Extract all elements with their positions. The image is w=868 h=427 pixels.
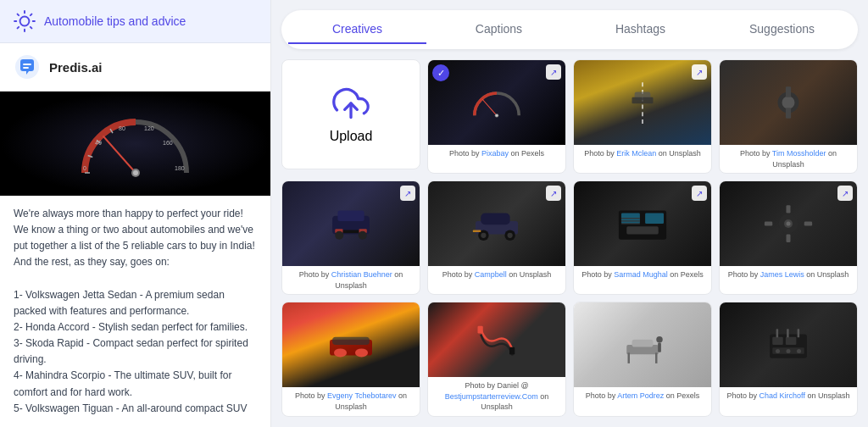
image-cell-10[interactable]: Photo by Artem Podrez on Pexels (573, 302, 712, 417)
thumb-road (613, 81, 672, 124)
svg-point-44 (359, 231, 367, 240)
thumb-detail (759, 202, 818, 245)
post-image-preview: 0 40 80 120 160 180 (0, 92, 270, 196)
upload-label: Upload (330, 129, 373, 144)
svg-rect-87 (798, 330, 800, 338)
thumb-car-grille (613, 202, 672, 245)
svg-rect-46 (481, 214, 509, 225)
brand-logo-row: Predis.ai (0, 43, 270, 92)
svg-point-83 (787, 349, 791, 353)
bulb-icon (14, 10, 36, 32)
img-caption-7: Photo by James Lewis on Unsplash (720, 266, 857, 284)
svg-text:120: 120 (144, 125, 154, 131)
img-author-4[interactable]: Christian Buehner (331, 270, 392, 279)
thumb-workshop (613, 324, 672, 366)
svg-rect-70 (478, 326, 483, 334)
image-cell-8[interactable]: Photo by Evgeny Tchebotarev on Unsplash (281, 302, 420, 417)
svg-rect-55 (626, 226, 659, 234)
svg-rect-77 (658, 343, 661, 352)
tab-suggestions[interactable]: Suggestions (713, 15, 851, 44)
image-cell-2[interactable]: ↗ Photo by Erik Mclean on Unsplash (573, 59, 712, 174)
selected-check-icon: ✓ (432, 64, 449, 81)
image-cell-7[interactable]: ↗ Photo by James Lewis on Unsplash (719, 180, 858, 295)
img-caption-10: Photo by Artem Podrez on Pexels (574, 387, 711, 405)
svg-text:80: 80 (119, 125, 125, 131)
img-author-7[interactable]: James Lewis (760, 270, 804, 279)
svg-point-50 (508, 233, 513, 238)
svg-rect-36 (786, 86, 791, 97)
svg-point-29 (496, 114, 498, 117)
tabs-container: Creatives Captions Hashtags Suggestions (281, 10, 858, 49)
brand-header: Automobile tips and advice (0, 0, 270, 43)
svg-rect-79 (772, 337, 783, 345)
svg-rect-71 (509, 347, 515, 355)
svg-point-49 (481, 233, 486, 238)
img-caption-6: Photo by Sarmad Mughal on Pexels (574, 266, 711, 284)
img-author-5[interactable]: Campbell (475, 270, 507, 279)
svg-rect-63 (787, 235, 791, 242)
img-author-1[interactable]: Pixabay (481, 149, 509, 158)
brand-title: Automobile tips and advice (44, 14, 186, 28)
predis-logo-name: Predis.ai (49, 60, 103, 75)
svg-text:0: 0 (83, 165, 86, 171)
image-cell-4[interactable]: ↗ Photo by Christian Buehner on Unsplash (281, 180, 420, 295)
thumb-car-side (467, 202, 526, 245)
svg-rect-73 (632, 340, 654, 347)
svg-line-3 (18, 14, 19, 16)
img-author-6[interactable]: Sarmad Mughal (614, 270, 668, 279)
svg-rect-86 (787, 330, 789, 338)
tab-hashtags[interactable]: Hashtags (571, 15, 709, 44)
svg-point-82 (776, 349, 780, 353)
img-caption-2: Photo by Erik Mclean on Unsplash (574, 145, 711, 163)
tab-captions[interactable]: Captions (430, 15, 568, 44)
svg-rect-37 (786, 108, 791, 119)
svg-rect-39 (337, 211, 364, 222)
creatives-grid: Upload ✓ ↗ Photo by Pixabay on Pexels (281, 59, 858, 417)
svg-line-23 (103, 136, 136, 173)
external-link-icon-4: ↗ (400, 186, 415, 201)
svg-text:160: 160 (163, 140, 173, 146)
svg-rect-54 (645, 214, 664, 225)
img-author-11[interactable]: Chad Kirchoff (760, 391, 805, 400)
image-cell-5[interactable]: ↗ Photo by Campbell on Unsplash (427, 180, 566, 295)
svg-point-25 (133, 170, 138, 175)
img-author-9[interactable]: Bestjumpstarterreview.Com (445, 392, 538, 401)
svg-rect-69 (332, 337, 370, 345)
svg-rect-74 (628, 353, 631, 364)
external-link-icon-6: ↗ (692, 186, 707, 201)
svg-rect-80 (786, 337, 797, 345)
svg-rect-64 (765, 222, 772, 226)
external-link-icon-7: ↗ (837, 186, 853, 201)
image-cell-6[interactable]: ↗ Photo by Sarmad Mughal on Pexels (573, 180, 712, 295)
image-cell-9[interactable]: Photo by Daniel @ Bestjumpstarterreview.… (427, 302, 566, 417)
svg-line-8 (31, 14, 32, 16)
svg-text:180: 180 (175, 165, 185, 171)
right-panel: Creatives Captions Hashtags Suggestions … (271, 0, 868, 427)
upload-icon (332, 85, 370, 122)
upload-cell[interactable]: Upload (281, 59, 420, 169)
img-author-10[interactable]: Artem Podrez (617, 391, 664, 400)
img-author-2[interactable]: Erik Mclean (616, 149, 656, 158)
img-caption-4: Photo by Christian Buehner on Unsplash (282, 266, 420, 294)
img-author-8[interactable]: Evgeny Tchebotarev (327, 391, 396, 400)
left-panel: Automobile tips and advice Predis.ai (0, 0, 271, 427)
thumb-speedometer (467, 81, 526, 124)
img-caption-3: Photo by Tim Mossholder on Unsplash (720, 145, 857, 173)
thumb-car-rear (321, 202, 381, 245)
svg-rect-42 (343, 230, 359, 234)
svg-point-43 (335, 231, 343, 240)
svg-point-0 (20, 17, 30, 26)
thumb-engine (759, 324, 818, 366)
predis-logo-icon (14, 53, 41, 80)
svg-point-76 (656, 336, 663, 343)
image-cell-3[interactable]: Photo by Tim Mossholder on Unsplash (719, 59, 858, 174)
image-cell-1[interactable]: ✓ ↗ Photo by Pixabay on Pexels (427, 59, 566, 174)
external-link-icon-5: ↗ (546, 186, 561, 201)
image-cell-11[interactable]: Photo by Chad Kirchoff on Unsplash (719, 302, 858, 417)
img-author-3[interactable]: Tim Mossholder (772, 149, 826, 158)
thumb-mechanic (759, 81, 818, 124)
tab-creatives[interactable]: Creatives (288, 15, 426, 44)
svg-point-84 (797, 349, 801, 353)
external-link-icon-2: ↗ (692, 64, 707, 80)
svg-rect-33 (632, 97, 654, 104)
